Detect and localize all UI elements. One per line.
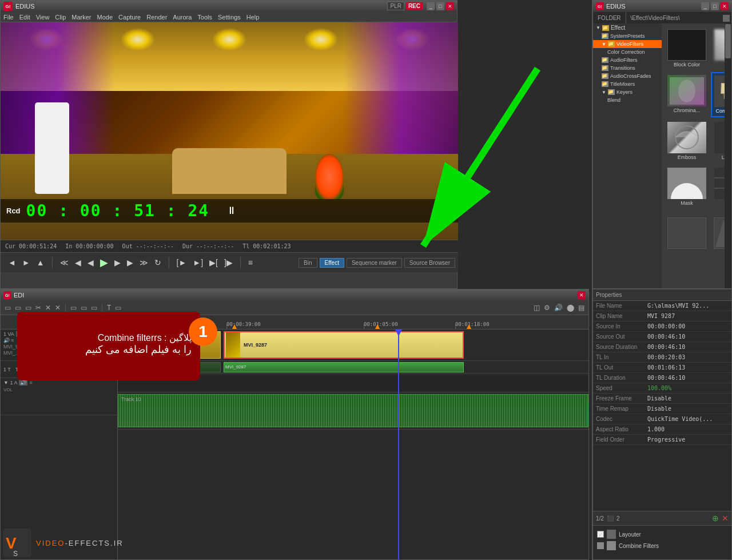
menu-render[interactable]: Render xyxy=(146,14,167,21)
track-va-audio-toggle[interactable]: ≡ xyxy=(11,337,14,343)
transport-loop[interactable]: ↻ xyxy=(153,257,163,268)
video-preview: Rcd 00 : 00 : 51 : 24 ⏸ xyxy=(1,22,458,240)
maximize-button[interactable]: □ xyxy=(436,2,444,10)
effects-panel: G! EDIUS _ □ ✕ FOLDER \Effect\VideoFilte… xyxy=(592,0,732,289)
tree-item-audiocrossfades[interactable]: 📁 AudioCrossFades xyxy=(593,72,662,80)
track-a-mute[interactable]: 🔊 xyxy=(19,380,27,386)
tl-btn-6[interactable]: ▭ xyxy=(90,303,98,312)
ip-page-label: 1/2 xyxy=(596,515,604,522)
transport-back-2[interactable]: ▲ xyxy=(35,257,46,268)
scene-light-3 xyxy=(212,28,246,51)
tree-item-effect[interactable]: ▼ 📁 Effect xyxy=(593,23,662,32)
combine-checkbox[interactable] xyxy=(597,542,604,549)
menu-file[interactable]: File xyxy=(3,14,14,21)
ip-btn-remove[interactable]: ✕ xyxy=(722,514,729,523)
ip-btn-layers[interactable]: ⬛ xyxy=(607,515,614,522)
status-cur: Cur 00:00:51:24 xyxy=(5,243,57,249)
clip-9287-thumb xyxy=(226,332,240,358)
tl-btn-scissors[interactable]: ✂ xyxy=(34,303,42,312)
effects-maximize[interactable]: □ xyxy=(711,2,719,10)
playhead[interactable] xyxy=(398,329,399,559)
tl-btn-4[interactable]: ▭ xyxy=(69,303,78,312)
menu-clip[interactable]: Clip xyxy=(55,14,66,21)
filter-combine[interactable]: Combine Filters xyxy=(596,540,729,551)
effect-block-color[interactable]: Block Color xyxy=(665,26,709,70)
tree-item-transitions[interactable]: 📁 Transitions xyxy=(593,64,662,72)
info-val-clipname: MVI_9287 xyxy=(645,313,731,319)
close-button[interactable]: ✕ xyxy=(446,2,454,10)
tl-divider-2 xyxy=(102,303,102,312)
effects-scroll-up[interactable] xyxy=(723,15,730,22)
tl-btn-2[interactable]: ▭ xyxy=(14,303,22,312)
effects-minimize[interactable]: _ xyxy=(701,2,709,10)
filter-layouter[interactable]: ✓ Layouter xyxy=(596,529,729,540)
effects-close[interactable]: ✕ xyxy=(721,2,729,10)
transport-step-back2[interactable]: ◀ xyxy=(86,257,96,268)
transport-step-fwd[interactable]: ▶ xyxy=(113,257,122,268)
transport-out2[interactable]: ]▶ xyxy=(222,257,234,268)
tree-item-videofilters[interactable]: ▼ 📁 VideoFilters xyxy=(593,40,662,48)
tl-btn-3[interactable]: ▭ xyxy=(24,303,33,312)
tl-btn-7[interactable]: T xyxy=(106,303,112,312)
tab-source-browser[interactable]: Source Browser xyxy=(404,258,455,268)
menu-mode[interactable]: Mode xyxy=(97,14,113,21)
transport-out[interactable]: ►] xyxy=(191,257,205,268)
menu-view[interactable]: View xyxy=(36,14,50,21)
minimize-button[interactable]: _ xyxy=(427,2,435,10)
track-a-toggle[interactable]: ≡ xyxy=(29,380,32,386)
tl-btn-x1[interactable]: ✕ xyxy=(44,303,52,312)
tree-item-systempresets[interactable]: 📁 SystemPresets xyxy=(593,32,662,40)
tree-item-audiofilters[interactable]: 📁 AudioFilters xyxy=(593,56,662,64)
tree-item-titlemixers[interactable]: 📁 TitleMixers xyxy=(593,80,662,88)
timeline-close[interactable]: ✕ xyxy=(578,291,586,299)
menu-edit[interactable]: Edit xyxy=(19,14,30,21)
main-titlebar: G! EDIUS PLR REC _ □ ✕ xyxy=(1,1,457,12)
effect-emboss[interactable]: Emboss xyxy=(665,119,709,163)
layouter-checkbox[interactable]: ✓ xyxy=(597,531,604,538)
tl-btn-circle[interactable]: ⬤ xyxy=(566,303,575,312)
audio-clip-track10[interactable]: Track 10 xyxy=(118,394,588,427)
tree-item-keyers[interactable]: ▼ 📁 Keyers xyxy=(593,88,662,96)
titlebar-controls: _ □ ✕ xyxy=(427,2,454,10)
menu-help[interactable]: Help xyxy=(246,14,260,21)
effects-scrollbar[interactable] xyxy=(725,23,731,288)
clip-9287-audio: MVI_9287 xyxy=(224,362,464,372)
effect-extra-1[interactable] xyxy=(665,215,709,252)
info-val-tldur: 00:00:46:10 xyxy=(645,375,731,381)
info-key-timeremap: Time Remap xyxy=(593,406,645,412)
transport-rewind[interactable]: ≪ xyxy=(58,257,70,268)
tree-item-blend[interactable]: Blend xyxy=(593,96,662,104)
ip-btn-add[interactable]: ⊕ xyxy=(712,514,719,523)
effect-mask[interactable]: Mask xyxy=(665,165,709,209)
menu-tools[interactable]: Tools xyxy=(197,14,212,21)
transport-back-frame[interactable]: ◄ xyxy=(6,257,18,268)
tl-btn-vol[interactable]: 🔊 xyxy=(553,303,564,312)
transport-in2[interactable]: ▶[ xyxy=(208,257,220,268)
effect-thumb-mask xyxy=(667,168,706,199)
menu-aurora[interactable]: Aurora xyxy=(173,14,192,21)
tl-btn-8[interactable]: ▭ xyxy=(114,303,122,312)
tl-btn-settings[interactable]: ⚙ xyxy=(543,303,551,312)
transport-forward-dot[interactable]: ► xyxy=(21,257,32,268)
tab-bin[interactable]: Bin xyxy=(299,258,317,268)
annotation-text-fa: را به فیلم اضافه می کنیم xyxy=(26,343,192,356)
tab-effect[interactable]: Effect xyxy=(320,258,344,268)
transport-play[interactable]: ▶ xyxy=(98,255,110,270)
tl-btn-x2[interactable]: ✕ xyxy=(54,303,62,312)
tab-sequence-marker[interactable]: Sequence marker xyxy=(347,258,402,268)
tl-btn-zoom[interactable]: ◫ xyxy=(532,303,541,312)
effect-chromina[interactable]: Chromina... xyxy=(665,72,709,117)
tl-btn-menu[interactable]: ▤ xyxy=(577,303,586,312)
menu-settings[interactable]: Settings xyxy=(218,14,241,21)
clip-mvi9287[interactable]: MVI_9287 xyxy=(224,331,464,359)
transport-fast-fwd[interactable]: ≫ xyxy=(138,257,150,268)
menu-capture[interactable]: Capture xyxy=(118,14,141,21)
transport-step-back[interactable]: ◀ xyxy=(73,257,83,268)
menu-marker[interactable]: Marker xyxy=(71,14,91,21)
transport-extra[interactable]: ≡ xyxy=(246,257,254,268)
tl-btn-5[interactable]: ▭ xyxy=(79,303,88,312)
transport-in[interactable]: [► xyxy=(175,257,189,268)
tl-btn-1[interactable]: ▭ xyxy=(3,303,12,312)
transport-step-fwd2[interactable]: ▶ xyxy=(125,257,135,268)
tree-item-colorcorrection[interactable]: Color Correction xyxy=(593,48,662,56)
